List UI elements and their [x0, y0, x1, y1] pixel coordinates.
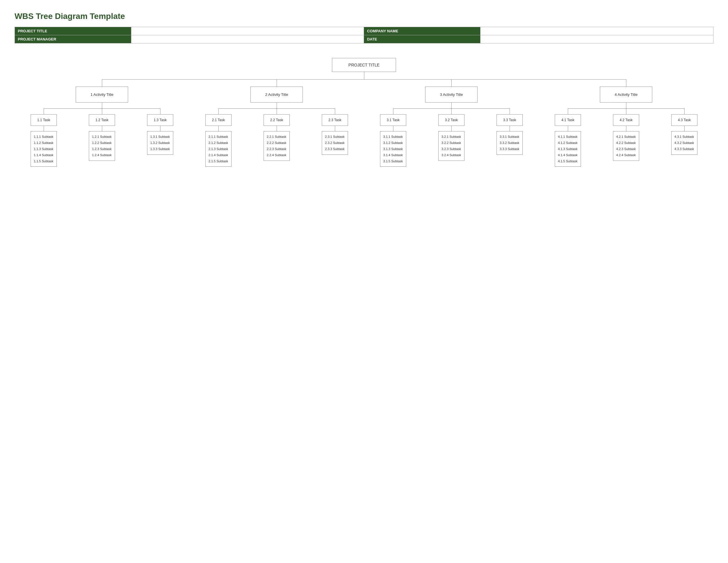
subtasks-4.2: 4.2.1 Subtask4.2.2 Subtask4.2.3 Subtask4…: [613, 131, 639, 161]
subtask-item: 2.1.4 Subtask: [208, 152, 228, 158]
subtask-item: 4.3.2 Subtask: [674, 140, 694, 146]
subtask-item: 1.2.2 Subtask: [92, 140, 112, 146]
subtask-item: 1.1.1 Subtask: [34, 134, 54, 140]
node-box: 3.3 Task: [496, 114, 523, 126]
subtask-item: 2.3.3 Subtask: [325, 146, 345, 152]
activity-col-1: 1 Activity Title1.1 Task1.1.1 Subtask1.1…: [15, 79, 189, 167]
subtask-item: 2.1.5 Subtask: [208, 158, 228, 164]
subtask-item: 3.1.2 Subtask: [383, 140, 403, 146]
node-box: PROJECT TITLE: [332, 58, 396, 72]
activity-col-3: 3 Activity Title3.1 Task3.1.1 Subtask3.1…: [364, 79, 539, 167]
subtask-item: 1.1.5 Subtask: [34, 158, 54, 164]
subtasks-3.1: 3.1.1 Subtask3.1.2 Subtask3.1.3 Subtask3…: [380, 131, 406, 167]
subtask-item: 3.3.2 Subtask: [500, 140, 520, 146]
project-title-label: PROJECT TITLE: [15, 27, 131, 35]
tasks-row-3: 3.1 Task3.1.1 Subtask3.1.2 Subtask3.1.3 …: [364, 108, 539, 167]
activity-level: 1 Activity Title1.1 Task1.1.1 Subtask1.1…: [15, 79, 713, 167]
subtasks-1.2: 1.2.1 Subtask1.2.2 Subtask1.2.3 Subtask1…: [89, 131, 115, 161]
subtask-item: 2.2.2 Subtask: [267, 140, 287, 146]
vertical-connector: [102, 126, 102, 131]
subtask-item: 1.2.4 Subtask: [92, 152, 112, 158]
vertical-connector: [626, 103, 626, 108]
project-manager-label: PROJECT MANAGER: [15, 35, 131, 43]
subtask-item: 1.3.1 Subtask: [150, 134, 170, 140]
task-col-4.2: 4.2 Task4.2.1 Subtask4.2.2 Subtask4.2.3 …: [597, 108, 655, 161]
task-col-3.3: 3.3 Task3.3.1 Subtask3.3.2 Subtask3.3.3 …: [480, 108, 539, 155]
tasks-row-1: 1.1 Task1.1.1 Subtask1.1.2 Subtask1.1.3 …: [15, 108, 189, 167]
node-box: 3.1 Task: [380, 114, 406, 126]
subtask-item: 3.2.4 Subtask: [441, 152, 461, 158]
subtask-item: 4.3.3 Subtask: [674, 146, 694, 152]
vertical-connector: [218, 126, 219, 131]
activity-col-4: 4 Activity Title4.1 Task4.1.1 Subtask4.1…: [539, 79, 713, 167]
company-name-label: COMPANY NAME: [364, 27, 480, 35]
subtasks-4.3: 4.3.1 Subtask4.3.2 Subtask4.3.3 Subtask: [671, 131, 697, 155]
vertical-connector: [684, 126, 685, 131]
node-box: 2.2 Task: [264, 114, 290, 126]
vertical-connector: [364, 72, 364, 79]
task-col-1.2: 1.2 Task1.2.1 Subtask1.2.2 Subtask1.2.3 …: [73, 108, 131, 161]
subtasks-1.1: 1.1.1 Subtask1.1.2 Subtask1.1.3 Subtask1…: [31, 131, 57, 167]
vertical-connector: [510, 126, 510, 131]
project-manager-value[interactable]: [131, 35, 364, 43]
node-box: 4.2 Task: [613, 114, 639, 126]
subtasks-2.1: 2.1.1 Subtask2.1.2 Subtask2.1.3 Subtask2…: [205, 131, 232, 167]
subtask-item: 1.1.2 Subtask: [34, 140, 54, 146]
wbs-diagram: PROJECT TITLE1 Activity Title1.1 Task1.1…: [15, 52, 713, 167]
subtask-item: 2.2.1 Subtask: [267, 134, 287, 140]
page-title: WBS Tree Diagram Template: [15, 12, 713, 21]
vertical-connector: [393, 126, 393, 131]
task-col-1.1: 1.1 Task1.1.1 Subtask1.1.2 Subtask1.1.3 …: [15, 108, 73, 167]
subtask-item: 2.1.3 Subtask: [208, 146, 228, 152]
subtask-item: 3.1.1 Subtask: [383, 134, 403, 140]
subtask-item: 3.2.3 Subtask: [441, 146, 461, 152]
task-col-1.3: 1.3 Task1.3.1 Subtask1.3.2 Subtask1.3.3 …: [131, 108, 189, 155]
subtask-item: 1.2.1 Subtask: [92, 134, 112, 140]
subtask-item: 3.2.1 Subtask: [441, 134, 461, 140]
subtask-item: 3.2.2 Subtask: [441, 140, 461, 146]
subtask-item: 1.3.3 Subtask: [150, 146, 170, 152]
subtask-item: 3.3.3 Subtask: [500, 146, 520, 152]
activity-col-2: 2 Activity Title2.1 Task2.1.1 Subtask2.1…: [189, 79, 364, 167]
node-box: 4.3 Task: [671, 114, 697, 126]
vertical-connector: [277, 103, 277, 108]
vertical-connector: [335, 126, 335, 131]
subtask-item: 4.1.5 Subtask: [558, 158, 578, 164]
task-col-2.2: 2.2 Task2.2.1 Subtask2.2.2 Subtask2.2.3 …: [248, 108, 306, 161]
node-box: 4 Activity Title: [600, 86, 652, 103]
subtask-item: 4.1.2 Subtask: [558, 140, 578, 146]
node-box: 2.1 Task: [205, 114, 232, 126]
task-col-3.2: 3.2 Task3.2.1 Subtask3.2.2 Subtask3.2.3 …: [422, 108, 480, 161]
subtask-item: 2.3.1 Subtask: [325, 134, 345, 140]
tasks-row-2: 2.1 Task2.1.1 Subtask2.1.2 Subtask2.1.3 …: [189, 108, 364, 167]
date-value[interactable]: [480, 35, 713, 43]
subtask-item: 4.2.1 Subtask: [616, 134, 636, 140]
vertical-connector: [451, 126, 452, 131]
node-box: 1.3 Task: [147, 114, 173, 126]
subtasks-2.2: 2.2.1 Subtask2.2.2 Subtask2.2.3 Subtask2…: [264, 131, 290, 161]
vertical-connector: [451, 103, 452, 108]
tasks-row-4: 4.1 Task4.1.1 Subtask4.1.2 Subtask4.1.3 …: [539, 108, 713, 167]
subtask-item: 2.2.4 Subtask: [267, 152, 287, 158]
subtask-item: 3.1.3 Subtask: [383, 146, 403, 152]
subtasks-2.3: 2.3.1 Subtask2.3.2 Subtask2.3.3 Subtask: [322, 131, 348, 155]
subtask-item: 4.3.1 Subtask: [674, 134, 694, 140]
subtask-item: 4.1.3 Subtask: [558, 146, 578, 152]
subtask-item: 3.3.1 Subtask: [500, 134, 520, 140]
project-title-value[interactable]: [131, 27, 364, 35]
subtask-item: 1.2.3 Subtask: [92, 146, 112, 152]
node-box: 4.1 Task: [555, 114, 581, 126]
vertical-connector: [102, 103, 102, 108]
date-label: DATE: [364, 35, 480, 43]
subtask-item: 4.2.4 Subtask: [616, 152, 636, 158]
vertical-connector: [277, 126, 277, 131]
vertical-connector: [160, 126, 160, 131]
header-table: PROJECT TITLE COMPANY NAME PROJECT MANAG…: [15, 27, 713, 43]
node-box: 1 Activity Title: [76, 86, 128, 103]
subtask-item: 4.2.2 Subtask: [616, 140, 636, 146]
subtasks-3.2: 3.2.1 Subtask3.2.2 Subtask3.2.3 Subtask3…: [438, 131, 464, 161]
subtask-item: 4.1.4 Subtask: [558, 152, 578, 158]
subtask-item: 2.3.2 Subtask: [325, 140, 345, 146]
company-name-value[interactable]: [480, 27, 713, 35]
subtasks-1.3: 1.3.1 Subtask1.3.2 Subtask1.3.3 Subtask: [147, 131, 173, 155]
